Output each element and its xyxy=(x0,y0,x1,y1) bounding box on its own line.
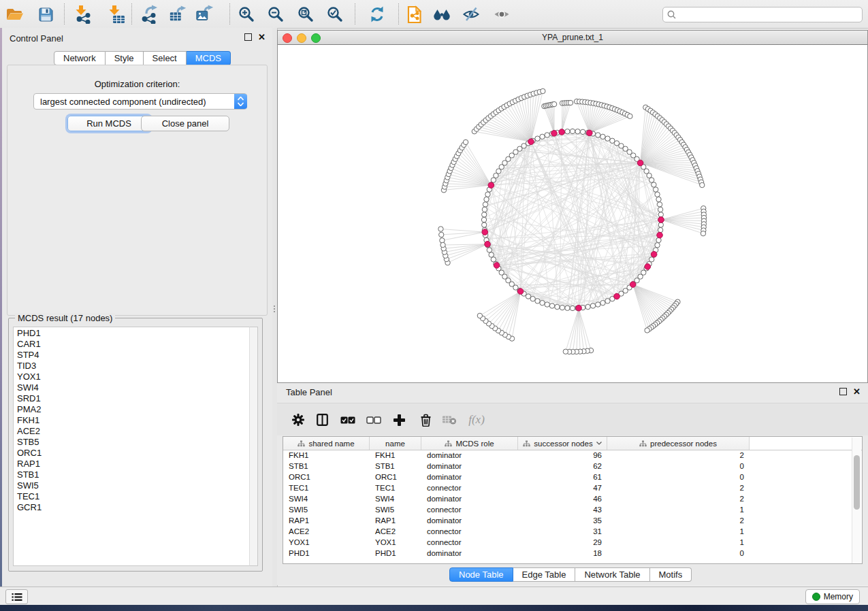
cell-shared-name[interactable]: RAP1 xyxy=(283,516,370,527)
tab-select[interactable]: Select xyxy=(144,51,187,65)
tab-edge-table[interactable]: Edge Table xyxy=(513,567,576,582)
cell-mcds-role[interactable]: connector xyxy=(421,505,518,516)
mcds-result-list[interactable]: PHD1CAR1STP4TID3YOX1SWI4SRD1PMA2FKH1ACE2… xyxy=(13,327,249,566)
cell-successor-nodes[interactable]: 96 xyxy=(518,450,607,461)
delete-table-icon[interactable] xyxy=(441,412,457,428)
cell-successor-nodes[interactable]: 43 xyxy=(518,505,607,516)
network-canvas[interactable] xyxy=(278,44,867,382)
cell-predecessor-nodes[interactable]: 0 xyxy=(607,548,750,559)
cell-mcds-role[interactable]: dominator xyxy=(421,516,518,527)
column-settings-gear-icon[interactable] xyxy=(290,412,306,428)
import-table-icon[interactable] xyxy=(107,5,126,24)
export-network-icon[interactable] xyxy=(140,5,159,24)
export-table-icon[interactable] xyxy=(169,5,188,24)
open-file-icon[interactable] xyxy=(5,5,24,24)
search-network-icon[interactable] xyxy=(432,5,451,24)
cell-name[interactable]: SWI4 xyxy=(370,494,421,505)
zoom-in-icon[interactable] xyxy=(237,5,256,24)
list-item[interactable]: TEC1 xyxy=(17,491,249,502)
cell-predecessor-nodes[interactable]: 1 xyxy=(607,505,750,516)
tab-mcds[interactable]: MCDS xyxy=(187,51,231,65)
cell-name[interactable]: YOX1 xyxy=(370,538,421,548)
cell-name[interactable]: RAP1 xyxy=(370,516,421,527)
tab-network-table[interactable]: Network Table xyxy=(575,567,649,582)
cell-mcds-role[interactable]: dominator xyxy=(421,494,518,505)
cell-predecessor-nodes[interactable]: 0 xyxy=(607,472,750,483)
cell-successor-nodes[interactable]: 61 xyxy=(518,472,607,483)
cell-mcds-role[interactable]: dominator xyxy=(421,450,518,461)
cell-successor-nodes[interactable]: 29 xyxy=(518,538,607,548)
cell-mcds-role[interactable]: dominator xyxy=(421,472,518,483)
cell-mcds-role[interactable]: dominator xyxy=(421,461,518,472)
cell-successor-nodes[interactable]: 18 xyxy=(518,548,607,559)
zoom-selected-icon[interactable] xyxy=(325,5,344,24)
table-row[interactable]: RAP1RAP1dominator352 xyxy=(283,516,862,527)
cell-successor-nodes[interactable]: 46 xyxy=(518,494,607,505)
cell-mcds-role[interactable]: connector xyxy=(421,538,518,548)
network-file-icon[interactable] xyxy=(405,5,424,24)
tab-network[interactable]: Network xyxy=(54,51,106,65)
table-row[interactable]: STB1STB1dominator620 xyxy=(283,461,862,472)
deselect-all-rows-icon[interactable] xyxy=(366,412,382,428)
function-builder-icon[interactable]: f(x) xyxy=(465,412,488,428)
cell-mcds-role[interactable]: dominator xyxy=(421,548,518,559)
list-item[interactable]: SWI4 xyxy=(17,382,249,393)
cell-shared-name[interactable]: YOX1 xyxy=(283,538,370,548)
list-item[interactable]: YOX1 xyxy=(17,371,249,382)
cell-shared-name[interactable]: STB1 xyxy=(283,461,370,472)
cell-shared-name[interactable]: ACE2 xyxy=(283,527,370,538)
cell-successor-nodes[interactable]: 31 xyxy=(518,527,607,538)
export-image-icon[interactable] xyxy=(195,5,214,24)
show-columns-icon[interactable] xyxy=(314,412,330,428)
column-header-shared-name[interactable]: shared name xyxy=(283,437,370,450)
search-box[interactable] xyxy=(662,7,863,22)
close-panel-icon[interactable]: ✕ xyxy=(258,33,266,41)
cell-predecessor-nodes[interactable]: 2 xyxy=(607,450,750,461)
network-window-titlebar[interactable]: YPA_prune.txt_1 xyxy=(278,31,867,45)
list-item[interactable]: GCR1 xyxy=(17,502,249,513)
cell-shared-name[interactable]: FKH1 xyxy=(283,450,370,461)
list-item[interactable]: TID3 xyxy=(17,361,249,371)
show-all-eye-icon[interactable] xyxy=(492,5,511,24)
cell-shared-name[interactable]: SWI5 xyxy=(283,505,370,516)
add-column-icon[interactable] xyxy=(391,412,407,428)
tab-motifs[interactable]: Motifs xyxy=(650,567,692,582)
show-log-list-button[interactable] xyxy=(5,589,28,604)
cell-mcds-role[interactable]: connector xyxy=(421,527,518,538)
column-header-name[interactable]: name xyxy=(370,437,421,450)
table-row[interactable]: ORC1ORC1dominator610 xyxy=(283,472,862,483)
save-session-icon[interactable] xyxy=(36,5,55,24)
cell-name[interactable]: ORC1 xyxy=(370,472,421,483)
cell-shared-name[interactable]: PHD1 xyxy=(283,548,370,559)
search-input[interactable] xyxy=(679,9,862,21)
zoom-fit-icon[interactable] xyxy=(296,5,315,24)
cell-predecessor-nodes[interactable]: 0 xyxy=(607,461,750,472)
table-row[interactable]: FKH1FKH1dominator962 xyxy=(283,450,862,461)
table-row[interactable]: YOX1YOX1connector291 xyxy=(283,538,862,548)
cell-name[interactable]: SWI5 xyxy=(370,505,421,516)
float-panel-icon[interactable] xyxy=(244,33,252,41)
list-item[interactable]: STB1 xyxy=(17,469,249,480)
select-all-rows-icon[interactable] xyxy=(340,412,356,428)
zoom-out-icon[interactable] xyxy=(266,5,285,24)
list-item[interactable]: STP4 xyxy=(17,350,249,361)
list-item[interactable]: SWI5 xyxy=(17,480,249,491)
table-scrollbar[interactable] xyxy=(852,437,861,563)
cell-name[interactable]: ACE2 xyxy=(370,527,421,538)
cell-shared-name[interactable]: SWI4 xyxy=(283,494,370,505)
table-row[interactable]: SWI4SWI4dominator462 xyxy=(283,494,862,505)
list-item[interactable]: CAR1 xyxy=(17,339,249,350)
close-panel-icon[interactable]: ✕ xyxy=(853,388,861,395)
mcds-list-scrollbar[interactable] xyxy=(249,327,258,566)
cell-shared-name[interactable]: TEC1 xyxy=(283,483,370,494)
cell-name[interactable]: STB1 xyxy=(370,461,421,472)
cell-predecessor-nodes[interactable]: 2 xyxy=(607,494,750,505)
cell-name[interactable]: PHD1 xyxy=(370,548,421,559)
list-item[interactable]: PHD1 xyxy=(17,328,249,339)
table-row[interactable]: SWI5SWI5connector431 xyxy=(283,505,862,516)
optimization-criterion-dropdown[interactable]: largest connected component (undirected) xyxy=(33,93,247,110)
cell-mcds-role[interactable]: connector xyxy=(421,483,518,494)
list-item[interactable]: ACE2 xyxy=(17,426,249,437)
list-item[interactable]: SRD1 xyxy=(17,393,249,404)
cell-predecessor-nodes[interactable]: 1 xyxy=(607,527,750,538)
